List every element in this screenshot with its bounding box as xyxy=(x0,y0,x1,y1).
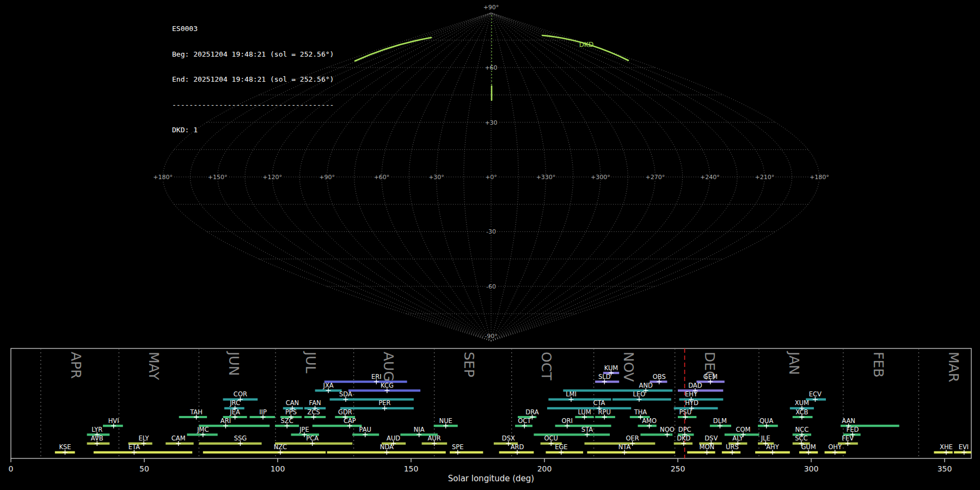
map-lon-label: +330° xyxy=(536,174,556,181)
shower-GUM: GUM xyxy=(799,443,818,455)
map-lon-label: +60° xyxy=(374,174,390,181)
shower-code-label: AND xyxy=(639,382,653,389)
x-tick-label: 100 xyxy=(271,464,285,473)
shower-SSG: SSG xyxy=(199,434,261,446)
shower-AVB: AVB xyxy=(87,434,110,446)
shower-code-label: LUM xyxy=(578,408,591,416)
map-lat-label: +60 xyxy=(485,64,497,71)
shower-code-label: FAN xyxy=(309,399,321,407)
map-lon-label: +240° xyxy=(700,174,720,181)
shower-AHY: AHY xyxy=(755,443,790,455)
x-tick-label: 350 xyxy=(938,464,952,473)
shower-ARD: ARD xyxy=(499,443,534,455)
shower-code-label: ERI xyxy=(371,373,382,381)
shower-NUE: NUE xyxy=(434,417,458,428)
shower-code-label: THA xyxy=(634,408,647,416)
shower-JMC: JMC xyxy=(187,426,217,437)
shower-PAU: PAU xyxy=(352,426,379,437)
activity-timeline-chart: APRMAYJUNJULAUGSEPOCTNOVDECJANFEBMAR0501… xyxy=(9,348,971,483)
shower-code-label: SPE xyxy=(452,443,464,451)
shower-code-label: GUM xyxy=(801,443,816,451)
x-axis-title: Solar longitude (deg) xyxy=(448,474,534,483)
shower-code-label: QUA xyxy=(759,417,773,425)
map-lon-label: +180° xyxy=(810,174,829,181)
map-lat-label: -30 xyxy=(486,228,496,235)
shower-code-label: XHE xyxy=(940,443,953,451)
month-label: MAY xyxy=(146,352,162,381)
shower-code-label: FEV xyxy=(842,434,854,442)
shower-code-label: AVB xyxy=(91,434,103,442)
shower-HVI: HVI xyxy=(103,417,123,428)
shower-code-label: GEM xyxy=(703,373,718,381)
shower-code-label: EHY xyxy=(685,390,698,398)
shower-code-label: ORI xyxy=(561,417,572,425)
map-lon-label: +30° xyxy=(428,174,444,181)
shower-code-label: PPS xyxy=(285,408,297,416)
x-tick-label: 0 xyxy=(9,464,14,473)
shower-code-label: SDA xyxy=(339,390,352,398)
shower-code-label: MON xyxy=(700,443,715,451)
shower-AUR: AUR xyxy=(422,434,448,446)
shower-code-label: NCC xyxy=(795,426,809,433)
shower-code-label: FED xyxy=(847,426,859,433)
shower-code-label: GDR xyxy=(338,408,352,416)
map-lon-label: +120° xyxy=(262,174,282,181)
shower-code-label: DAD xyxy=(688,382,702,389)
shower-code-label: EVI xyxy=(959,443,969,451)
shower-code-label: DKD xyxy=(677,434,690,442)
map-lon-label: +210° xyxy=(755,174,775,181)
shower-code-label: OCT xyxy=(518,417,531,425)
shower-code-label: ZCS xyxy=(308,408,320,416)
shower-EVI: EVI xyxy=(954,443,971,455)
shower-code-label: JRC xyxy=(229,399,240,407)
shower-code-label: KCG xyxy=(381,382,394,389)
shower-PSU: PSU xyxy=(678,408,696,420)
shower-code-label: SSG xyxy=(234,434,247,442)
shower-ZCS: ZCS xyxy=(304,408,326,420)
shower-code-label: HVI xyxy=(108,417,119,425)
shower-code-label: RPU xyxy=(598,408,611,416)
end-time: End: 20251204 19:48:21 (sol = 252.56°) xyxy=(172,75,334,84)
shower-CAM: CAM xyxy=(166,434,193,446)
shower-code-label: COM xyxy=(736,426,751,433)
meteor-flux-activity-screen: +180°+150°+120°+90°+60°+30°+0°+330°+300°… xyxy=(0,0,980,490)
shower-MON: MON xyxy=(687,443,715,455)
shower-TAH: TAH xyxy=(179,408,207,420)
shower-code-label: CAN xyxy=(286,399,299,407)
shower-code-label: OBS xyxy=(653,373,666,381)
shower-code-label: NZC xyxy=(274,443,287,451)
month-label: OCT xyxy=(538,352,554,381)
shower-code-label: SCC xyxy=(795,434,807,442)
shower-code-label: STA xyxy=(581,426,593,433)
shower-code-label: DSX xyxy=(502,434,515,442)
shower-OHY: OHY xyxy=(825,443,846,455)
month-label: JUL xyxy=(303,351,318,373)
map-lon-label: +300° xyxy=(591,174,610,181)
shower-code-label: PCA xyxy=(306,434,318,442)
map-lat-label: +30 xyxy=(485,119,497,126)
shower-ETA: ETA xyxy=(94,443,192,455)
x-tick-label: 200 xyxy=(537,464,552,473)
shower-code-label: AAN xyxy=(842,417,855,425)
plot-canvas: +180°+150°+120°+90°+60°+30°+0°+330°+300°… xyxy=(0,0,980,490)
map-lon-label: +90° xyxy=(319,174,335,181)
month-label: MAR xyxy=(946,352,961,382)
shower-code-label: NUE xyxy=(439,417,452,425)
shower-SZC: SZC xyxy=(275,417,299,428)
shower-DLM: DLM xyxy=(710,417,731,428)
month-label: APR xyxy=(68,352,84,379)
shower-SDA: SDA xyxy=(330,390,414,402)
shower-code-label: PSU xyxy=(679,408,691,416)
shower-code-label: NIA xyxy=(414,426,425,433)
shower-code-label: ELY xyxy=(138,434,149,442)
month-label: AUG xyxy=(381,352,396,382)
month-label: NOV xyxy=(621,352,636,382)
shower-code-label: DLM xyxy=(713,417,727,425)
shower-code-label: IIP xyxy=(259,408,267,416)
shower-LEO: LEO xyxy=(612,390,671,402)
shower-code-label: OCU xyxy=(544,434,559,442)
shower-code-label: EGE xyxy=(555,443,567,451)
shower-XCB: XCB xyxy=(793,408,813,420)
shower-LUM: LUM xyxy=(575,408,593,420)
map-south-pole-label: -90° xyxy=(485,333,497,340)
